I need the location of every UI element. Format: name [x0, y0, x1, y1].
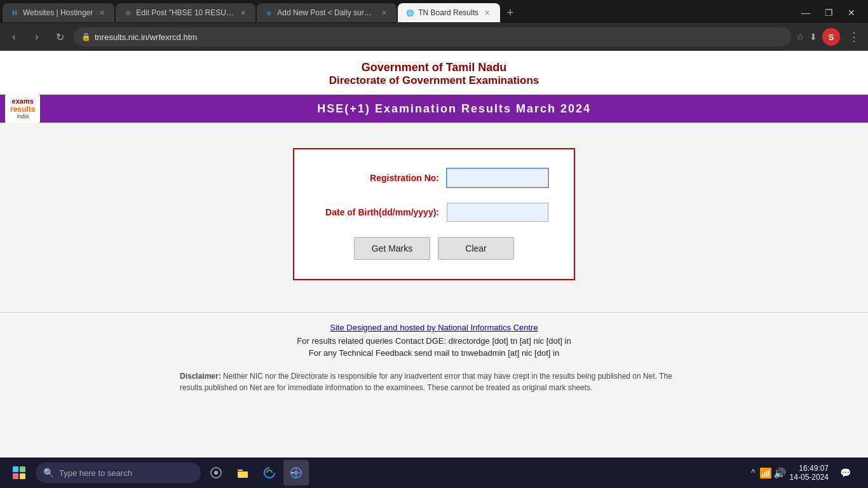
bookmark-icon[interactable]: ☆	[796, 32, 804, 42]
logo-india: india	[17, 114, 29, 120]
logo-results: results	[10, 105, 35, 114]
maximize-button[interactable]: ❐	[820, 4, 837, 22]
minimize-button[interactable]: —	[797, 4, 815, 22]
tab-2-title: Edit Post "HBSE 10 RESULT 2024	[136, 8, 234, 17]
tab-4-title: TN Board Results	[418, 8, 478, 17]
tab-3-favicon: ⊕	[264, 8, 273, 17]
notification-center-button[interactable]: 💬	[832, 460, 858, 485]
tab-bar: H Websites | Hostinger ✕ ⚙ Edit Post "HB…	[0, 0, 868, 23]
page-title-main: Government of Tamil Nadu	[0, 61, 868, 74]
tab-3-close[interactable]: ✕	[379, 8, 389, 18]
banner-logo: exams results india	[5, 95, 40, 122]
url-text: tnresults.nic.in/wrfexrcd.htm	[95, 32, 783, 42]
disclaimer-label: Disclaimer:	[180, 372, 221, 381]
address-bar-row: ‹ › ↻ 🔒 tnresults.nic.in/wrfexrcd.htm ☆ …	[0, 23, 868, 51]
tab-4-close[interactable]: ✕	[482, 8, 492, 18]
taskbar-search-icon: 🔍	[43, 468, 54, 478]
tab-1[interactable]: H Websites | Hostinger ✕	[3, 3, 114, 22]
tab-1-favicon: H	[10, 8, 19, 17]
nic-link[interactable]: Site Designed and hosted by National Inf…	[0, 323, 868, 332]
file-explorer-icon[interactable]	[230, 460, 255, 485]
page-title-sub: Directorate of Government Examinations	[0, 74, 868, 87]
clock-time: 16:49:07	[799, 464, 829, 473]
disclaimer-box: Disclaimer: Neither NIC nor the Director…	[173, 370, 695, 393]
registration-row: Registration No:	[320, 168, 548, 187]
browser-chrome: H Websites | Hostinger ✕ ⚙ Edit Post "HB…	[0, 0, 868, 51]
result-form: Registration No: Date of Birth(dd/mm/yyy…	[293, 148, 575, 280]
logo-exams: exams	[12, 97, 34, 105]
dob-input[interactable]	[447, 203, 548, 222]
svg-point-1	[214, 471, 218, 475]
get-marks-button[interactable]: Get Marks	[354, 237, 430, 260]
dob-row: Date of Birth(dd/mm/yyyy):	[320, 203, 548, 222]
tab-3-title: Add New Post < Daily surkhiya -	[277, 8, 375, 17]
taskbar-search-placeholder: Type here to search	[59, 468, 132, 478]
clock-date: 14-05-2024	[790, 473, 829, 482]
start-button[interactable]	[5, 460, 33, 485]
download-icon[interactable]: ⬇	[810, 32, 817, 42]
forward-button[interactable]: ›	[28, 28, 46, 46]
svg-rect-3	[238, 471, 248, 478]
windows-icon	[13, 466, 25, 479]
disclaimer-text: Disclaimer: Neither NIC nor the Director…	[180, 370, 688, 393]
network-icon[interactable]: 📶	[759, 467, 772, 479]
registration-input[interactable]	[447, 168, 548, 187]
window-controls: — ❐ ✕	[797, 4, 865, 22]
disclaimer-body: Neither NIC nor the Directorate is respo…	[180, 372, 672, 392]
show-hidden-icons-button[interactable]: ^	[751, 468, 756, 478]
page-footer: Site Designed and hosted by National Inf…	[0, 299, 868, 412]
tab-1-title: Websites | Hostinger	[23, 8, 93, 17]
svg-rect-2	[238, 470, 243, 471]
form-buttons: Get Marks Clear	[320, 237, 548, 260]
system-clock[interactable]: 16:49:07 14-05-2024	[790, 464, 829, 482]
tab-4-favicon: 🌐	[405, 8, 414, 17]
close-button[interactable]: ✕	[843, 4, 860, 22]
back-button[interactable]: ‹	[5, 28, 23, 46]
page-header: Government of Tamil Nadu Directorate of …	[0, 51, 868, 95]
exam-banner: exams results india HSE(+1) Examination …	[0, 95, 868, 123]
tab-2[interactable]: ⚙ Edit Post "HBSE 10 RESULT 2024 ✕	[116, 3, 255, 22]
tab-4[interactable]: 🌐 TN Board Results ✕	[398, 3, 500, 22]
footer-contact-2: For any Technical Feedback send mail to …	[0, 348, 868, 358]
new-tab-button[interactable]: +	[501, 4, 519, 22]
profile-button[interactable]: S	[822, 28, 840, 46]
edge-icon[interactable]	[257, 460, 282, 485]
taskbar-apps	[203, 460, 309, 485]
tab-2-close[interactable]: ✕	[238, 8, 248, 18]
tray-icons: 📶 🔊	[759, 467, 786, 479]
banner-exam-title: HSE(+1) Examination Results March 2024	[40, 102, 868, 116]
taskbar: 🔍 Type here to search	[0, 458, 868, 488]
tab-1-close[interactable]: ✕	[97, 8, 107, 18]
taskbar-search[interactable]: 🔍 Type here to search	[36, 463, 201, 483]
dob-label: Date of Birth(dd/mm/yyyy):	[320, 207, 447, 217]
page-content: Government of Tamil Nadu Directorate of …	[0, 51, 868, 458]
registration-label: Registration No:	[320, 173, 447, 183]
system-tray: ^ 📶 🔊 16:49:07 14-05-2024 💬	[751, 460, 863, 485]
task-view-button[interactable]	[203, 460, 229, 485]
clear-button[interactable]: Clear	[438, 237, 514, 260]
footer-contact-1: For results related queries Contact DGE:…	[0, 336, 868, 346]
toolbar-icons: ☆ ⬇	[796, 32, 817, 42]
security-lock-icon: 🔒	[81, 32, 91, 41]
chrome-icon[interactable]	[283, 460, 309, 485]
footer-divider	[0, 312, 868, 313]
tab-3[interactable]: ⊕ Add New Post < Daily surkhiya - ✕	[257, 3, 397, 22]
form-area: Registration No: Date of Birth(dd/mm/yyy…	[0, 123, 868, 299]
reload-button[interactable]: ↻	[51, 28, 69, 46]
volume-icon[interactable]: 🔊	[773, 467, 786, 479]
browser-menu-button[interactable]: ⋮	[845, 28, 863, 46]
tab-2-favicon: ⚙	[123, 8, 132, 17]
address-bar[interactable]: 🔒 tnresults.nic.in/wrfexrcd.htm	[74, 27, 791, 46]
svg-point-5	[294, 471, 299, 475]
